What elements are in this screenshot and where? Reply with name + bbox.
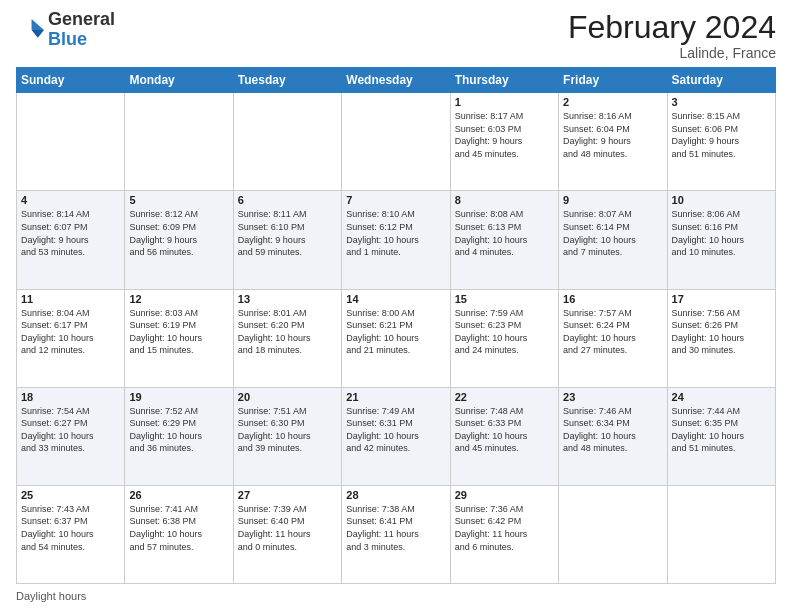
day-detail: Sunrise: 7:49 AM Sunset: 6:31 PM Dayligh…	[346, 405, 445, 455]
day-detail: Sunrise: 7:54 AM Sunset: 6:27 PM Dayligh…	[21, 405, 120, 455]
day-number: 5	[129, 194, 228, 206]
day-number: 6	[238, 194, 337, 206]
logo: General Blue	[16, 10, 115, 50]
day-detail: Sunrise: 8:12 AM Sunset: 6:09 PM Dayligh…	[129, 208, 228, 258]
day-number: 7	[346, 194, 445, 206]
day-detail: Sunrise: 8:17 AM Sunset: 6:03 PM Dayligh…	[455, 110, 554, 160]
table-row: 17Sunrise: 7:56 AM Sunset: 6:26 PM Dayli…	[667, 289, 775, 387]
table-row: 21Sunrise: 7:49 AM Sunset: 6:31 PM Dayli…	[342, 387, 450, 485]
day-number: 4	[21, 194, 120, 206]
day-detail: Sunrise: 7:46 AM Sunset: 6:34 PM Dayligh…	[563, 405, 662, 455]
table-row: 8Sunrise: 8:08 AM Sunset: 6:13 PM Daylig…	[450, 191, 558, 289]
logo-general: General	[48, 10, 115, 30]
title-block: February 2024 Lalinde, France	[568, 10, 776, 61]
header-tuesday: Tuesday	[233, 68, 341, 93]
table-row: 9Sunrise: 8:07 AM Sunset: 6:14 PM Daylig…	[559, 191, 667, 289]
day-number: 23	[563, 391, 662, 403]
logo-blue: Blue	[48, 30, 115, 50]
day-number: 2	[563, 96, 662, 108]
header: General Blue February 2024 Lalinde, Fran…	[16, 10, 776, 61]
svg-marker-1	[32, 30, 44, 38]
day-number: 1	[455, 96, 554, 108]
day-number: 24	[672, 391, 771, 403]
table-row: 6Sunrise: 8:11 AM Sunset: 6:10 PM Daylig…	[233, 191, 341, 289]
table-row: 16Sunrise: 7:57 AM Sunset: 6:24 PM Dayli…	[559, 289, 667, 387]
day-detail: Sunrise: 7:57 AM Sunset: 6:24 PM Dayligh…	[563, 307, 662, 357]
table-row: 2Sunrise: 8:16 AM Sunset: 6:04 PM Daylig…	[559, 93, 667, 191]
day-detail: Sunrise: 8:10 AM Sunset: 6:12 PM Dayligh…	[346, 208, 445, 258]
table-row: 25Sunrise: 7:43 AM Sunset: 6:37 PM Dayli…	[17, 485, 125, 583]
day-number: 9	[563, 194, 662, 206]
day-detail: Sunrise: 7:59 AM Sunset: 6:23 PM Dayligh…	[455, 307, 554, 357]
day-detail: Sunrise: 7:44 AM Sunset: 6:35 PM Dayligh…	[672, 405, 771, 455]
day-number: 8	[455, 194, 554, 206]
day-detail: Sunrise: 8:00 AM Sunset: 6:21 PM Dayligh…	[346, 307, 445, 357]
day-detail: Sunrise: 7:48 AM Sunset: 6:33 PM Dayligh…	[455, 405, 554, 455]
table-row	[17, 93, 125, 191]
day-number: 3	[672, 96, 771, 108]
day-number: 22	[455, 391, 554, 403]
svg-marker-0	[32, 19, 44, 30]
table-row	[233, 93, 341, 191]
day-number: 25	[21, 489, 120, 501]
day-detail: Sunrise: 7:51 AM Sunset: 6:30 PM Dayligh…	[238, 405, 337, 455]
day-detail: Sunrise: 8:04 AM Sunset: 6:17 PM Dayligh…	[21, 307, 120, 357]
day-detail: Sunrise: 8:14 AM Sunset: 6:07 PM Dayligh…	[21, 208, 120, 258]
header-saturday: Saturday	[667, 68, 775, 93]
table-row	[125, 93, 233, 191]
logo-icon	[16, 16, 44, 44]
week-row-1: 4Sunrise: 8:14 AM Sunset: 6:07 PM Daylig…	[17, 191, 776, 289]
table-row: 4Sunrise: 8:14 AM Sunset: 6:07 PM Daylig…	[17, 191, 125, 289]
table-row: 13Sunrise: 8:01 AM Sunset: 6:20 PM Dayli…	[233, 289, 341, 387]
table-row: 14Sunrise: 8:00 AM Sunset: 6:21 PM Dayli…	[342, 289, 450, 387]
day-detail: Sunrise: 7:41 AM Sunset: 6:38 PM Dayligh…	[129, 503, 228, 553]
week-row-4: 25Sunrise: 7:43 AM Sunset: 6:37 PM Dayli…	[17, 485, 776, 583]
day-detail: Sunrise: 7:38 AM Sunset: 6:41 PM Dayligh…	[346, 503, 445, 553]
table-row: 22Sunrise: 7:48 AM Sunset: 6:33 PM Dayli…	[450, 387, 558, 485]
day-detail: Sunrise: 7:36 AM Sunset: 6:42 PM Dayligh…	[455, 503, 554, 553]
main-title: February 2024	[568, 10, 776, 45]
table-row: 23Sunrise: 7:46 AM Sunset: 6:34 PM Dayli…	[559, 387, 667, 485]
table-row: 20Sunrise: 7:51 AM Sunset: 6:30 PM Dayli…	[233, 387, 341, 485]
table-row: 1Sunrise: 8:17 AM Sunset: 6:03 PM Daylig…	[450, 93, 558, 191]
week-row-0: 1Sunrise: 8:17 AM Sunset: 6:03 PM Daylig…	[17, 93, 776, 191]
table-row	[667, 485, 775, 583]
table-row: 11Sunrise: 8:04 AM Sunset: 6:17 PM Dayli…	[17, 289, 125, 387]
table-row: 24Sunrise: 7:44 AM Sunset: 6:35 PM Dayli…	[667, 387, 775, 485]
table-row: 7Sunrise: 8:10 AM Sunset: 6:12 PM Daylig…	[342, 191, 450, 289]
table-row	[559, 485, 667, 583]
day-detail: Sunrise: 7:43 AM Sunset: 6:37 PM Dayligh…	[21, 503, 120, 553]
day-number: 13	[238, 293, 337, 305]
table-row: 29Sunrise: 7:36 AM Sunset: 6:42 PM Dayli…	[450, 485, 558, 583]
week-row-2: 11Sunrise: 8:04 AM Sunset: 6:17 PM Dayli…	[17, 289, 776, 387]
day-detail: Sunrise: 8:15 AM Sunset: 6:06 PM Dayligh…	[672, 110, 771, 160]
table-row	[342, 93, 450, 191]
day-number: 12	[129, 293, 228, 305]
day-number: 17	[672, 293, 771, 305]
day-detail: Sunrise: 8:03 AM Sunset: 6:19 PM Dayligh…	[129, 307, 228, 357]
day-number: 14	[346, 293, 445, 305]
table-row: 15Sunrise: 7:59 AM Sunset: 6:23 PM Dayli…	[450, 289, 558, 387]
week-row-3: 18Sunrise: 7:54 AM Sunset: 6:27 PM Dayli…	[17, 387, 776, 485]
table-row: 26Sunrise: 7:41 AM Sunset: 6:38 PM Dayli…	[125, 485, 233, 583]
weekday-header-row: Sunday Monday Tuesday Wednesday Thursday…	[17, 68, 776, 93]
day-detail: Sunrise: 8:11 AM Sunset: 6:10 PM Dayligh…	[238, 208, 337, 258]
day-detail: Sunrise: 8:07 AM Sunset: 6:14 PM Dayligh…	[563, 208, 662, 258]
header-sunday: Sunday	[17, 68, 125, 93]
table-row: 12Sunrise: 8:03 AM Sunset: 6:19 PM Dayli…	[125, 289, 233, 387]
subtitle: Lalinde, France	[568, 45, 776, 61]
day-number: 10	[672, 194, 771, 206]
table-row: 19Sunrise: 7:52 AM Sunset: 6:29 PM Dayli…	[125, 387, 233, 485]
table-row: 18Sunrise: 7:54 AM Sunset: 6:27 PM Dayli…	[17, 387, 125, 485]
logo-text: General Blue	[48, 10, 115, 50]
footer: Daylight hours	[16, 590, 776, 602]
day-detail: Sunrise: 8:08 AM Sunset: 6:13 PM Dayligh…	[455, 208, 554, 258]
day-number: 15	[455, 293, 554, 305]
day-number: 29	[455, 489, 554, 501]
day-number: 20	[238, 391, 337, 403]
day-detail: Sunrise: 7:39 AM Sunset: 6:40 PM Dayligh…	[238, 503, 337, 553]
calendar-table: Sunday Monday Tuesday Wednesday Thursday…	[16, 67, 776, 584]
table-row: 5Sunrise: 8:12 AM Sunset: 6:09 PM Daylig…	[125, 191, 233, 289]
day-number: 28	[346, 489, 445, 501]
day-number: 19	[129, 391, 228, 403]
